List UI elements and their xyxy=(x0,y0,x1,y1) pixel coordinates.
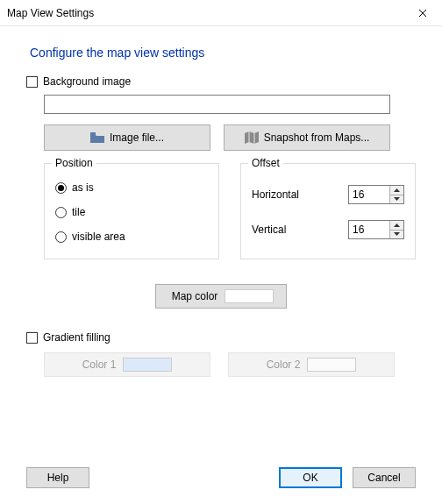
gradient-color2-swatch xyxy=(307,358,356,372)
radio-visible-area[interactable]: visible area xyxy=(55,231,208,243)
ok-label: OK xyxy=(303,472,317,484)
chevron-up-icon xyxy=(394,224,400,227)
chevron-down-icon xyxy=(394,232,400,236)
map-color-swatch xyxy=(225,289,274,303)
checkbox-icon xyxy=(26,332,38,344)
radio-icon xyxy=(55,182,67,194)
background-image-checkbox-row[interactable]: Background image xyxy=(26,75,416,88)
radio-icon xyxy=(55,231,67,243)
radio-tile-label: tile xyxy=(72,206,85,218)
gradient-color2-label: Color 2 xyxy=(267,358,301,371)
title-bar: Map View Settings xyxy=(0,0,442,26)
radio-icon xyxy=(55,207,67,218)
radio-tile[interactable]: tile xyxy=(55,206,208,218)
cancel-button[interactable]: Cancel xyxy=(353,467,416,488)
gradient-color1-button: Color 1 xyxy=(44,352,210,377)
image-file-label: Image file... xyxy=(110,131,164,144)
ok-button[interactable]: OK xyxy=(279,467,342,488)
background-image-label: Background image xyxy=(43,75,131,88)
map-color-label: Map color xyxy=(172,290,218,302)
window-title: Map View Settings xyxy=(7,7,94,19)
offset-group: Offset Horizontal 16 Vertical 16 xyxy=(240,163,416,259)
checkbox-icon xyxy=(26,76,38,88)
help-button[interactable]: Help xyxy=(26,467,89,488)
folder-icon xyxy=(90,132,104,143)
offset-horizontal-input[interactable]: 16 xyxy=(348,185,404,204)
background-image-path-input[interactable] xyxy=(44,95,390,114)
image-file-button[interactable]: Image file... xyxy=(44,124,210,151)
offset-vertical-input[interactable]: 16 xyxy=(348,220,404,239)
chevron-up-icon xyxy=(394,188,400,192)
close-icon xyxy=(418,9,427,18)
spinner-down[interactable] xyxy=(390,195,403,204)
chevron-down-icon xyxy=(394,197,400,201)
radio-as-is-label: as is xyxy=(72,181,94,194)
map-icon xyxy=(245,131,259,144)
svg-rect-0 xyxy=(90,132,96,135)
position-group: Position as is tile visible area xyxy=(44,163,219,259)
offset-vertical-value: 16 xyxy=(349,221,389,238)
offset-vertical-label: Vertical xyxy=(252,224,286,236)
map-color-button[interactable]: Map color xyxy=(155,284,288,309)
offset-legend: Offset xyxy=(248,157,283,169)
offset-horizontal-value: 16 xyxy=(349,186,389,203)
spinner-arrows xyxy=(389,186,403,203)
position-legend: Position xyxy=(52,157,96,169)
spinner-arrows xyxy=(389,221,403,238)
help-label: Help xyxy=(47,472,69,484)
radio-as-is[interactable]: as is xyxy=(55,181,208,194)
close-button[interactable] xyxy=(403,0,442,26)
gradient-color1-label: Color 1 xyxy=(82,358,117,371)
radio-visible-area-label: visible area xyxy=(72,231,125,243)
gradient-color2-button: Color 2 xyxy=(228,352,395,377)
spinner-up[interactable] xyxy=(390,221,403,231)
offset-horizontal-label: Horizontal xyxy=(252,188,299,201)
dialog-heading: Configure the map view settings xyxy=(30,46,416,60)
gradient-filling-checkbox-row[interactable]: Gradient filling xyxy=(26,331,416,344)
snapshot-label: Snapshot from Maps... xyxy=(264,131,370,144)
gradient-filling-label: Gradient filling xyxy=(43,331,110,344)
spinner-up[interactable] xyxy=(390,186,403,195)
gradient-color1-swatch xyxy=(123,358,172,372)
spinner-down[interactable] xyxy=(390,231,403,239)
snapshot-from-maps-button[interactable]: Snapshot from Maps... xyxy=(224,124,390,151)
cancel-label: Cancel xyxy=(367,472,400,484)
